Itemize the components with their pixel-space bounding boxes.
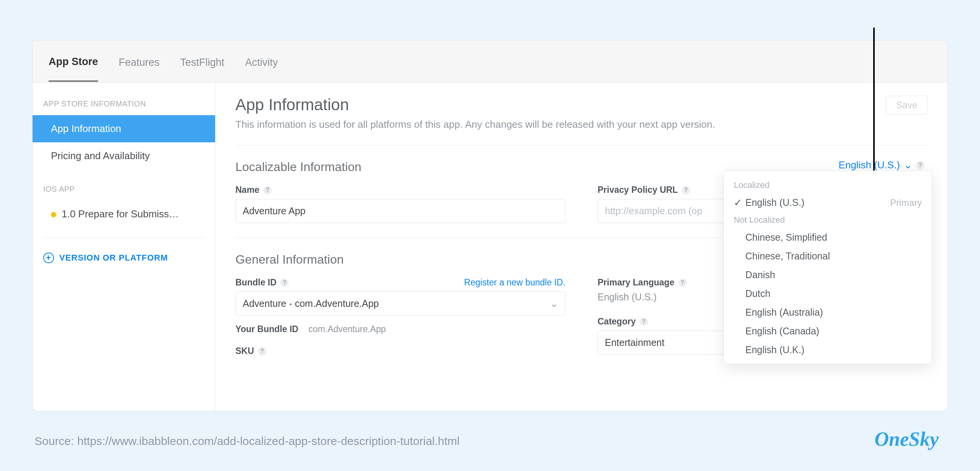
help-icon[interactable]: ? xyxy=(258,347,266,355)
tab-activity[interactable]: Activity xyxy=(245,42,278,81)
save-button[interactable]: Save xyxy=(886,96,928,115)
sidebar: APP STORE INFORMATION App Information Pr… xyxy=(33,83,216,411)
top-tabbar: App Store Features TestFlight Activity xyxy=(33,41,947,83)
tab-features[interactable]: Features xyxy=(119,42,160,81)
help-icon[interactable]: ? xyxy=(263,186,272,194)
divider xyxy=(235,145,928,145)
bundle-id-value: Adventure - com.Adventure.App xyxy=(243,298,379,309)
status-dot-icon xyxy=(51,212,56,217)
sidebar-item-version-1-0[interactable]: 1.0 Prepare for Submiss… xyxy=(33,200,215,228)
primary-badge: Primary xyxy=(890,197,922,208)
your-bundle-id-value: com.Adventure.App xyxy=(309,324,386,334)
check-icon: ✓ xyxy=(734,197,745,208)
sidebar-item-label: 1.0 Prepare for Submiss… xyxy=(62,208,179,220)
name-input[interactable] xyxy=(235,199,565,223)
page-title: App Information xyxy=(235,96,715,114)
sidebar-section-appstoreinfo: APP STORE INFORMATION xyxy=(33,94,215,115)
lang-option-chinese-traditional[interactable]: Chinese, Traditional xyxy=(724,247,932,266)
help-icon[interactable]: ? xyxy=(640,318,648,326)
section-localizable-title: Localizable Information xyxy=(235,160,361,174)
sidebar-section-iosapp: iOS APP xyxy=(33,179,215,200)
lang-option-danish[interactable]: Danish xyxy=(724,266,932,284)
primary-language-label: Primary Language ? xyxy=(598,277,687,288)
tab-testflight[interactable]: TestFlight xyxy=(180,42,225,81)
tab-app-store[interactable]: App Store xyxy=(49,41,98,82)
category-label: Category ? xyxy=(598,316,648,327)
category-value: Entertainment xyxy=(605,337,665,348)
language-selector-label: English (U.S.) xyxy=(839,159,900,171)
lang-option-english-au[interactable]: English (Australia) xyxy=(724,303,932,322)
register-bundle-id-link[interactable]: Register a new bundle ID. xyxy=(464,277,565,288)
source-caption: Source: https://www.ibabbleon.com/add-lo… xyxy=(34,435,460,448)
help-icon[interactable]: ? xyxy=(916,161,924,169)
lang-option-english-ca[interactable]: English (Canada) xyxy=(724,322,932,341)
sidebar-item-pricing[interactable]: Pricing and Availability xyxy=(33,142,215,169)
language-selector-trigger[interactable]: English (U.S.) ⌄ ? xyxy=(839,159,924,171)
your-bundle-id-row: Your Bundle ID com.Adventure.App xyxy=(235,324,565,334)
page-subtitle: This information is used for all platfor… xyxy=(235,119,715,130)
dropdown-heading-notlocalized: Not Localized xyxy=(724,212,932,228)
sku-label: SKU ? xyxy=(235,346,565,356)
sidebar-item-app-information[interactable]: App Information xyxy=(33,115,215,142)
onesky-logo: OneSky xyxy=(874,428,939,450)
bundle-id-select[interactable]: Adventure - com.Adventure.App ⌄ xyxy=(235,292,565,316)
divider xyxy=(43,238,204,238)
language-dropdown: Localized ✓ English (U.S.) Primary Not L… xyxy=(724,171,932,364)
help-icon[interactable]: ? xyxy=(678,279,687,287)
chevron-down-icon: ⌄ xyxy=(550,298,558,309)
dropdown-heading-localized: Localized xyxy=(724,177,932,193)
bundle-id-label: Bundle ID ? xyxy=(235,277,289,288)
annotation-pointer-line xyxy=(873,28,875,187)
add-version-or-platform-button[interactable]: + VERSION OR PLATFORM xyxy=(33,248,215,268)
chevron-down-icon: ⌄ xyxy=(904,159,912,171)
privacy-url-label: Privacy Policy URL ? xyxy=(598,185,690,195)
lang-option-dutch[interactable]: Dutch xyxy=(724,284,932,303)
help-icon[interactable]: ? xyxy=(280,279,289,287)
plus-circle-icon: + xyxy=(43,253,54,263)
lang-option-english-us[interactable]: ✓ English (U.S.) Primary xyxy=(724,193,932,212)
lang-option-label: English (U.S.) xyxy=(745,197,804,208)
app-store-connect-window: App Store Features TestFlight Activity A… xyxy=(32,40,948,411)
main-panel: App Information This information is used… xyxy=(216,83,947,411)
lang-option-chinese-simplified[interactable]: Chinese, Simplified xyxy=(724,228,932,247)
name-field-label: Name ? xyxy=(235,185,272,195)
side-action-label: VERSION OR PLATFORM xyxy=(59,253,168,263)
lang-option-english-uk[interactable]: English (U.K.) xyxy=(724,341,932,359)
help-icon[interactable]: ? xyxy=(682,186,690,194)
